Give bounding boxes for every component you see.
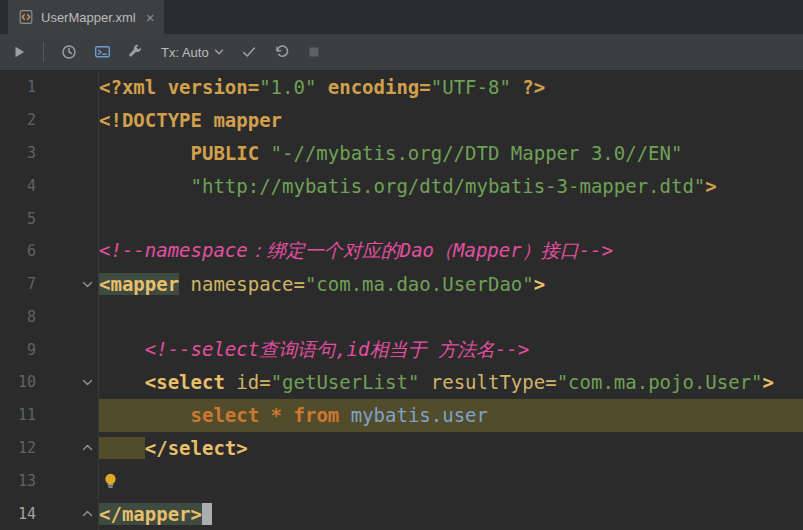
line-number: 1: [0, 78, 36, 96]
fold-up-icon[interactable]: [36, 497, 99, 530]
token: [99, 142, 191, 164]
token: </select>: [145, 437, 248, 459]
token: id=: [236, 371, 270, 393]
line-number: 11: [0, 406, 36, 424]
intention-bulb-icon[interactable]: [102, 472, 119, 490]
token: "com.ma.pojo.User": [557, 371, 763, 393]
token: [99, 437, 145, 459]
code-line: 13: [0, 464, 803, 497]
token: "http://mybatis.org/dtd/mybatis-3-mapper…: [191, 175, 706, 197]
token: "com.ma.dao.UserDao": [305, 273, 534, 295]
code-text[interactable]: select * from mybatis.user: [99, 399, 803, 432]
stop-icon: [307, 45, 321, 59]
code-text[interactable]: <!DOCTYPE mapper: [99, 104, 803, 137]
code-text[interactable]: PUBLIC "-//mybatis.org//DTD Mapper 3.0//…: [99, 137, 803, 170]
editor-tab-bar: UserMapper.xml ×: [0, 0, 803, 34]
fold-up-icon[interactable]: [36, 432, 99, 465]
code-editor[interactable]: 1<?xml version="1.0" encoding="UTF-8" ?>…: [0, 71, 803, 530]
code-line: 6<!--namespace：绑定一个对应的Dao（Mapper）接口-->: [0, 235, 803, 268]
code-text[interactable]: </mapper>: [99, 497, 803, 530]
code-text[interactable]: <?xml version="1.0" encoding="UTF-8" ?>: [99, 71, 803, 104]
tx-mode-label: Tx: Auto: [161, 45, 209, 60]
code-text[interactable]: [99, 464, 803, 497]
code-line: 3 PUBLIC "-//mybatis.org//DTD Mapper 3.0…: [0, 137, 803, 170]
tab-close-icon[interactable]: ×: [146, 10, 155, 25]
token: [282, 404, 293, 426]
fold-down-icon[interactable]: [36, 366, 99, 399]
settings-wrench-icon: [128, 44, 144, 60]
code-text[interactable]: <!--namespace：绑定一个对应的Dao（Mapper）接口-->: [99, 235, 803, 268]
token: "UTF-8": [431, 76, 511, 98]
commit-icon: [241, 44, 257, 60]
token: PUBLIC: [191, 142, 271, 164]
tab-usermapper-xml[interactable]: UserMapper.xml ×: [8, 0, 164, 34]
code-line: 2<!DOCTYPE mapper: [0, 104, 803, 137]
caret: [202, 503, 212, 525]
toolbar-separator: [43, 42, 44, 62]
run-icon: [12, 45, 26, 59]
line-number: 12: [0, 439, 36, 457]
token: <select: [145, 371, 225, 393]
xml-file-icon: [18, 9, 34, 25]
code-line: 1<?xml version="1.0" encoding="UTF-8" ?>: [0, 71, 803, 104]
line-number: 3: [0, 144, 36, 162]
line-number: 13: [0, 472, 36, 490]
token: <!--namespace：绑定一个对应的Dao（Mapper）接口-->: [99, 238, 613, 264]
code-text[interactable]: </select>: [99, 432, 803, 465]
code-line: 14</mapper>: [0, 497, 803, 530]
rollback-button[interactable]: [274, 44, 290, 60]
query-history-icon: [61, 44, 77, 60]
token: </mapper>: [99, 503, 202, 525]
line-number: 4: [0, 177, 36, 195]
token: <?xml version=: [99, 76, 259, 98]
stop-button[interactable]: [307, 45, 321, 59]
run-button[interactable]: [12, 45, 26, 59]
gutter-space: [36, 169, 99, 202]
code-text[interactable]: [99, 202, 803, 235]
console-sessions-button[interactable]: [94, 44, 111, 60]
tx-mode-dropdown[interactable]: Tx: Auto: [161, 45, 224, 60]
gutter-space: [36, 235, 99, 268]
token: *: [271, 404, 282, 426]
token: [99, 339, 145, 361]
console-sessions-icon: [94, 44, 111, 60]
fold-down-icon[interactable]: [36, 268, 99, 301]
code-text[interactable]: <mapper namespace="com.ma.dao.UserDao">: [99, 268, 803, 301]
code-text[interactable]: "http://mybatis.org/dtd/mybatis-3-mapper…: [99, 169, 803, 202]
token: <!--select查询语句,id相当于 方法名-->: [145, 337, 529, 363]
query-history-button[interactable]: [61, 44, 77, 60]
line-number: 10: [0, 373, 36, 391]
code-line: 12 </select>: [0, 432, 803, 465]
code-line: 5: [0, 202, 803, 235]
gutter-space: [36, 399, 99, 432]
token: >: [763, 371, 774, 393]
gutter-space: [36, 202, 99, 235]
code-line: 4 "http://mybatis.org/dtd/mybatis-3-mapp…: [0, 169, 803, 202]
commit-button[interactable]: [241, 44, 257, 60]
token: [339, 404, 350, 426]
code-line: 7<mapper namespace="com.ma.dao.UserDao">: [0, 268, 803, 301]
token: >: [705, 175, 716, 197]
code-text[interactable]: <select id="getUserList" resultType="com…: [99, 366, 803, 399]
code-line: 8: [0, 300, 803, 333]
line-number: 14: [0, 505, 36, 523]
token: mybatis.user: [351, 404, 488, 426]
tab-title: UserMapper.xml: [41, 10, 136, 25]
token: from: [294, 404, 340, 426]
line-number: 9: [0, 341, 36, 359]
token: "1.0": [259, 76, 316, 98]
token: [259, 404, 270, 426]
code-text[interactable]: [99, 300, 803, 333]
token: "getUserList": [271, 371, 420, 393]
settings-wrench-button[interactable]: [128, 44, 144, 60]
gutter-space: [36, 137, 99, 170]
token: [419, 371, 430, 393]
code-text[interactable]: <!--select查询语句,id相当于 方法名-->: [99, 333, 803, 366]
token: <!DOCTYPE mapper: [99, 109, 282, 131]
gutter-space: [36, 333, 99, 366]
code-line: 11 select * from mybatis.user: [0, 399, 803, 432]
token: [225, 371, 236, 393]
token: resultType=: [431, 371, 557, 393]
gutter-space: [36, 104, 99, 137]
line-number: 8: [0, 308, 36, 326]
